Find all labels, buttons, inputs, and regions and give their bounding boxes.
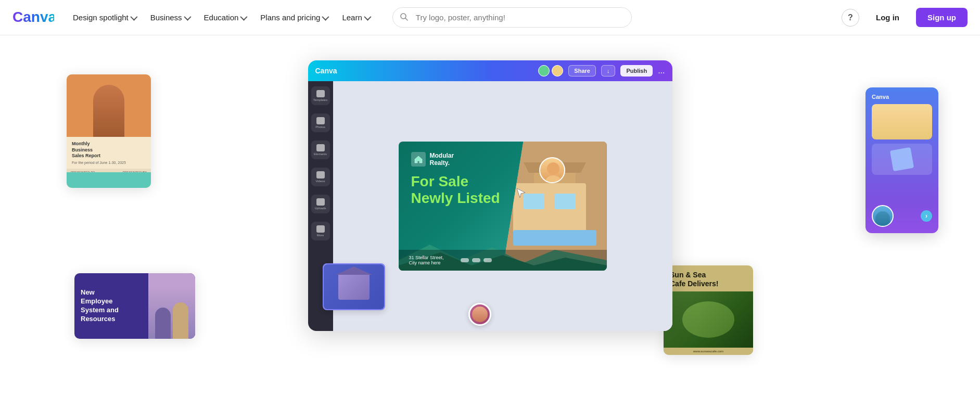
editor-logo: Canva bbox=[315, 67, 337, 75]
search-icon bbox=[400, 12, 408, 23]
search-bar bbox=[392, 7, 632, 28]
editor-preview-mini-card[interactable] bbox=[323, 263, 385, 310]
sidebar-item-uploads[interactable]: Uploads bbox=[311, 195, 330, 213]
signup-button[interactable]: Sign up bbox=[916, 8, 968, 27]
house-icon bbox=[414, 155, 423, 164]
editor-body: Templates Photos Elements Videos Uploads bbox=[308, 81, 672, 331]
cafe-title: Sun & SeaCafe Delivers! bbox=[670, 271, 747, 288]
nav-item-business[interactable]: Business bbox=[144, 9, 196, 26]
collaborator-avatar bbox=[468, 303, 491, 326]
main-content: MonthlyBusinessSales Report For the peri… bbox=[0, 35, 980, 395]
login-button[interactable]: Log in bbox=[866, 9, 910, 26]
nav-right: ? Log in Sign up bbox=[842, 8, 968, 27]
nav-item-design-spotlight[interactable]: Design spotlight bbox=[67, 9, 142, 26]
card-image-area bbox=[67, 74, 151, 137]
search-input[interactable] bbox=[392, 7, 632, 28]
person-shape-1 bbox=[155, 308, 171, 339]
panel-person-avatar bbox=[872, 205, 894, 227]
editor-mockup: Canva Share ↓ Publish ... Templates Ph bbox=[308, 60, 672, 331]
sidebar-item-elements[interactable]: Elements bbox=[311, 141, 330, 159]
floating-panel-logo: Canva bbox=[872, 94, 889, 100]
collab-face bbox=[472, 307, 488, 322]
panel-arrow-icon: › bbox=[921, 210, 932, 222]
floating-panel-header: Canva bbox=[872, 94, 932, 100]
realestate-address: 31 Stellar Street,City name here bbox=[409, 255, 444, 265]
bath-icon bbox=[472, 258, 480, 262]
cafe-text-area: Sun & SeaCafe Delivers! bbox=[664, 265, 753, 291]
collaborator-avatars bbox=[538, 65, 563, 77]
nav-items: Design spotlight Business Education Plan… bbox=[67, 9, 376, 26]
panel-color-swatch bbox=[872, 104, 932, 139]
panel-shape bbox=[890, 147, 914, 171]
employee-card-title: NewEmployeeSystem andResources bbox=[81, 288, 142, 324]
agent-avatar bbox=[539, 157, 565, 183]
nav-item-learn[interactable]: Learn bbox=[336, 9, 375, 26]
car-icon bbox=[483, 258, 492, 262]
elements-icon bbox=[316, 144, 325, 151]
svg-point-10 bbox=[547, 162, 559, 175]
card-subtitle: For the period of June 1-30, 2025 bbox=[72, 161, 146, 164]
share-button[interactable]: Share bbox=[568, 65, 596, 77]
svg-text:Canva: Canva bbox=[12, 9, 54, 25]
people-graphic bbox=[148, 273, 195, 339]
nav-item-plans-pricing[interactable]: Plans and pricing bbox=[254, 9, 334, 26]
card-stripe bbox=[67, 172, 151, 188]
card-title: MonthlyBusinessSales Report bbox=[72, 141, 146, 159]
bed-icon bbox=[461, 258, 469, 262]
chevron-down-icon bbox=[184, 13, 191, 20]
cursor-icon bbox=[516, 187, 526, 200]
realestate-company-name: ModularRealty. bbox=[430, 152, 454, 167]
chevron-down-icon bbox=[364, 13, 371, 20]
publish-button[interactable]: Publish bbox=[620, 65, 653, 77]
employee-card-text: NewEmployeeSystem andResources bbox=[74, 273, 148, 339]
employee-card-photo bbox=[148, 273, 195, 339]
chevron-down-icon bbox=[322, 13, 329, 20]
preview-inner bbox=[324, 264, 384, 309]
chevron-down-icon bbox=[130, 13, 137, 20]
realestate-amenity-icons bbox=[461, 258, 492, 262]
sidebar-item-more[interactable]: More bbox=[311, 222, 330, 240]
preview-house-graphic bbox=[338, 274, 370, 300]
panel-shape-area bbox=[872, 144, 932, 175]
templates-icon bbox=[316, 90, 325, 97]
cafe-image bbox=[664, 291, 753, 348]
download-button[interactable]: ↓ bbox=[601, 65, 616, 77]
svg-line-2 bbox=[405, 18, 408, 20]
svg-rect-5 bbox=[524, 194, 544, 209]
more-options-icon[interactable]: ... bbox=[658, 66, 665, 75]
sidebar-item-templates[interactable]: Templates bbox=[311, 86, 330, 105]
avatar-2 bbox=[552, 65, 563, 77]
employee-card[interactable]: NewEmployeeSystem andResources bbox=[74, 273, 195, 339]
editor-canvas: ModularRealty. For SaleNewly Listed bbox=[333, 81, 672, 331]
business-report-card[interactable]: MonthlyBusinessSales Report For the peri… bbox=[67, 74, 151, 188]
floating-canva-panel: Canva › bbox=[866, 87, 938, 233]
canva-logo[interactable]: Canva bbox=[12, 8, 54, 27]
chevron-down-icon bbox=[240, 13, 248, 20]
card-content: MonthlyBusinessSales Report For the peri… bbox=[67, 137, 151, 169]
editor-topbar: Canva Share ↓ Publish ... bbox=[308, 60, 672, 81]
person-shape-2 bbox=[173, 302, 188, 339]
nav-item-education[interactable]: Education bbox=[198, 9, 252, 26]
videos-icon bbox=[316, 171, 325, 179]
realestate-logo-icon bbox=[411, 152, 426, 167]
more-icon bbox=[316, 225, 325, 233]
sidebar-item-photos[interactable]: Photos bbox=[311, 113, 330, 132]
person-silhouette bbox=[93, 85, 124, 137]
cafe-card[interactable]: Sun & SeaCafe Delivers! www.sunseacafe.c… bbox=[664, 265, 753, 355]
cafe-footer: www.sunseacafe.com bbox=[664, 348, 753, 355]
uploads-icon bbox=[316, 198, 325, 206]
food-graphic bbox=[682, 301, 734, 338]
panel-person-body bbox=[875, 211, 890, 226]
realestate-footer: 31 Stellar Street,City name here bbox=[399, 250, 607, 271]
sidebar-item-videos[interactable]: Videos bbox=[311, 168, 330, 186]
photos-icon bbox=[316, 117, 325, 124]
panel-person-row: › bbox=[872, 205, 932, 227]
svg-rect-6 bbox=[555, 194, 576, 209]
avatar-1 bbox=[538, 65, 550, 77]
realestate-design-card: ModularRealty. For SaleNewly Listed bbox=[399, 142, 607, 271]
navigation: Canva Design spotlight Business Educatio… bbox=[0, 0, 980, 35]
help-button[interactable]: ? bbox=[842, 9, 859, 27]
